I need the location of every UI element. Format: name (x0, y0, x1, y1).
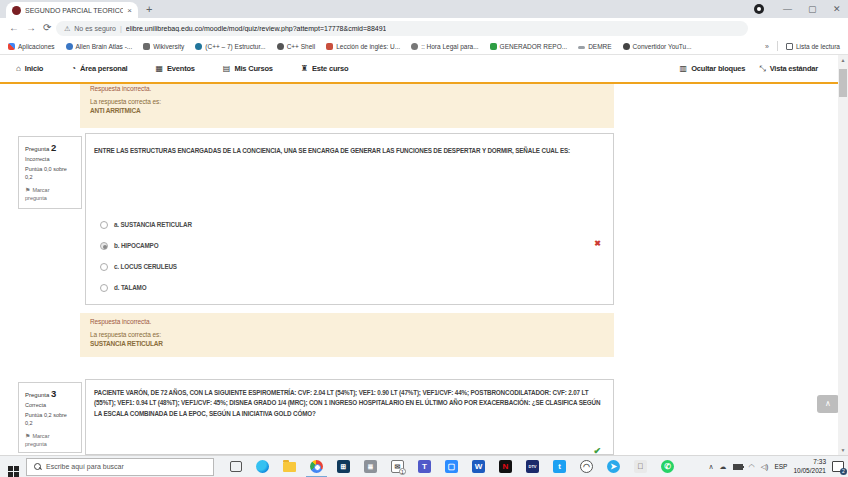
question3-flag-link[interactable]: ⚑Marcar pregunta (25, 432, 67, 448)
question3-text: PACIENTE VARÓN, DE 72 AÑOS, CON LA SIGUI… (86, 380, 613, 419)
file-explorer-button[interactable] (276, 456, 303, 477)
telegram-icon: ➤ (607, 460, 620, 473)
clock-date: 10/05/2021 (793, 467, 826, 476)
nav-item-inicio[interactable]: ⌂Inicio (16, 64, 43, 73)
window-maximize-button[interactable]: ▢ (808, 4, 817, 14)
new-tab-button[interactable]: + (146, 3, 152, 15)
task-view-button[interactable] (222, 456, 249, 477)
question2-state: Incorrecta (25, 156, 75, 162)
bookmark-allen-brain-atlas[interactable]: Allen Brain Atlas -... (66, 43, 133, 50)
mail-badge: 1 (399, 468, 406, 475)
word-button[interactable]: W (465, 456, 492, 477)
teams-button[interactable]: T (411, 456, 438, 477)
bookmark-wikiversity[interactable]: Wikiversity (143, 43, 184, 50)
windows-logo-icon (8, 466, 19, 477)
start-button[interactable] (0, 457, 26, 477)
shopping-app-icon: ≣ (364, 460, 377, 473)
back-button[interactable]: ← (9, 22, 19, 33)
flag-icon: ⚑ (25, 187, 30, 193)
option-a[interactable]: a. SUSTANCIA RETICULAR (100, 214, 192, 235)
hide-blocks-button[interactable]: ▥Ocultar bloques (680, 64, 746, 73)
option-c[interactable]: c. LOCUS CERULEUS (100, 256, 192, 277)
chrome-button[interactable] (303, 456, 330, 477)
nav-item-eventos[interactable]: ▦Eventos (156, 64, 195, 73)
edge-button[interactable] (249, 456, 276, 477)
bookmark-convertidor-youtube[interactable]: Convertidor YouTu... (623, 43, 692, 50)
tray-expand-icon[interactable]: ∧ (708, 463, 713, 471)
forward-button[interactable]: → (26, 22, 36, 33)
address-bar[interactable]: ⚠ No es seguro | elibre.unilibrebaq.edu.… (56, 21, 748, 36)
telegram-button[interactable]: ➤ (600, 456, 627, 477)
zoom-app-icon: ▢ (445, 460, 458, 473)
favicon-clock-icon (411, 43, 418, 50)
bookmarks-overflow-button[interactable]: » (765, 43, 769, 50)
mail-button[interactable]: ✉1 (384, 456, 411, 477)
screen: SEGUNDO PARCIAL TEORICO-20 × + — ▢ ✕ ← →… (0, 0, 848, 477)
moodle-navbar: ⌂Inicio ◔Área personal ▦Eventos ▤Mis Cur… (0, 55, 838, 84)
tab-title: SEGUNDO PARCIAL TEORICO-20 (25, 7, 123, 14)
flag-icon: ⚑ (25, 433, 30, 439)
browser-tab[interactable]: SEGUNDO PARCIAL TEORICO-20 × (6, 2, 138, 18)
navbar-right: ▥Ocultar bloques ⤡Vista estándar (680, 64, 822, 74)
nav-item-mis-cursos[interactable]: ▤Mis Cursos (223, 64, 273, 73)
netflix-button[interactable]: N (492, 456, 519, 477)
netflix-icon: N (499, 460, 512, 473)
bookmark-cpp-estructuras[interactable]: (C++ – 7) Estructur... (195, 43, 265, 50)
bookmarks-separator (777, 41, 778, 51)
bookmark-apps[interactable]: Aplicaciones (8, 43, 55, 50)
messenger-button[interactable]: ◠ (573, 456, 600, 477)
taskbar-search-input[interactable]: Escribe aquí para buscar (26, 458, 214, 476)
bird-app-button[interactable]: 𓅃 (627, 456, 654, 477)
browser-tab-strip: SEGUNDO PARCIAL TEORICO-20 × + — ▢ ✕ (0, 0, 848, 18)
question2-options: a. SUSTANCIA RETICULAR b. HIPOCAMPO c. L… (100, 214, 192, 298)
window-minimize-button[interactable]: — (783, 4, 792, 14)
option-d[interactable]: d. TALAMO (100, 277, 192, 298)
radio-icon[interactable] (100, 263, 108, 271)
bookmark-leccion-ingles[interactable]: Lección de inglés: U... (326, 43, 400, 50)
radio-icon[interactable] (100, 242, 108, 250)
battery-icon[interactable] (733, 464, 743, 470)
window-close-button[interactable]: ✕ (833, 4, 841, 14)
whatsapp-button[interactable]: ✆ (654, 456, 681, 477)
bookmark-demre[interactable]: DEMRE (578, 43, 611, 50)
bookmark-cpp-shell[interactable]: C++ Shell (277, 43, 316, 50)
question2-info-panel: Pregunta 2 Incorrecta Puntúa 0,0 sobre 0… (18, 136, 82, 209)
chat-bubble-icon: ◠ (580, 460, 593, 473)
nav-item-area-personal[interactable]: ◔Área personal (71, 64, 127, 73)
wifi-icon[interactable]: ◠ (749, 463, 755, 471)
bookmark-hora-legal[interactable]: :: Hora Legal para... (411, 43, 478, 50)
radio-icon[interactable] (100, 221, 108, 229)
language-indicator[interactable]: ESP (774, 463, 787, 470)
onedrive-cloud-icon[interactable]: ☁ (720, 463, 727, 471)
shopping-app-button[interactable]: ≣ (357, 456, 384, 477)
question2-flag-link[interactable]: ⚑Marcar pregunta (25, 186, 67, 202)
scroll-to-top-button[interactable]: ∧ (817, 395, 839, 413)
dashboard-icon: ◔ (71, 64, 76, 73)
scrollbar-down-icon[interactable]: ▼ (838, 447, 848, 453)
scrollbar-thumb[interactable] (839, 69, 847, 97)
action-center-button[interactable]: 2 (832, 461, 844, 472)
file-explorer-icon (283, 462, 296, 472)
reading-list-button[interactable]: Lista de lectura (786, 43, 840, 50)
bookmark-generador-repo[interactable]: GENERADOR REPO... (490, 43, 568, 50)
radio-icon[interactable] (100, 284, 108, 292)
question2-grade: Puntúa 0,0 sobre 0,2 (25, 166, 75, 181)
standard-view-button[interactable]: ⤡Vista estándar (759, 64, 818, 74)
reload-button[interactable]: ⟳ (43, 22, 51, 33)
scrollbar-up-icon[interactable]: ▲ (838, 57, 848, 63)
sitemap-icon: ♜ (301, 64, 308, 73)
option-b[interactable]: b. HIPOCAMPO (100, 235, 192, 256)
taskbar-clock[interactable]: 7:33 10/05/2021 (793, 458, 826, 476)
feedback-state: Respuesta incorrecta. (90, 85, 604, 92)
nav-item-este-curso[interactable]: ♜Este curso (301, 64, 349, 73)
option-a-partial[interactable]: a. C (100, 448, 125, 455)
dtv-button[interactable]: DTV (519, 456, 546, 477)
zoom-button[interactable]: ▢ (438, 456, 465, 477)
reading-list-icon (786, 43, 793, 50)
tab-close-icon[interactable]: × (127, 6, 132, 15)
speaker-icon[interactable]: ◁) (761, 463, 769, 471)
twitter-button[interactable]: t (546, 456, 573, 477)
microsoft-store-button[interactable]: ⊞ (330, 456, 357, 477)
url-text: elibre.unilibrebaq.edu.co/moodle/mod/qui… (126, 25, 387, 32)
page-scrollbar[interactable]: ▲ ▼ (838, 55, 848, 455)
